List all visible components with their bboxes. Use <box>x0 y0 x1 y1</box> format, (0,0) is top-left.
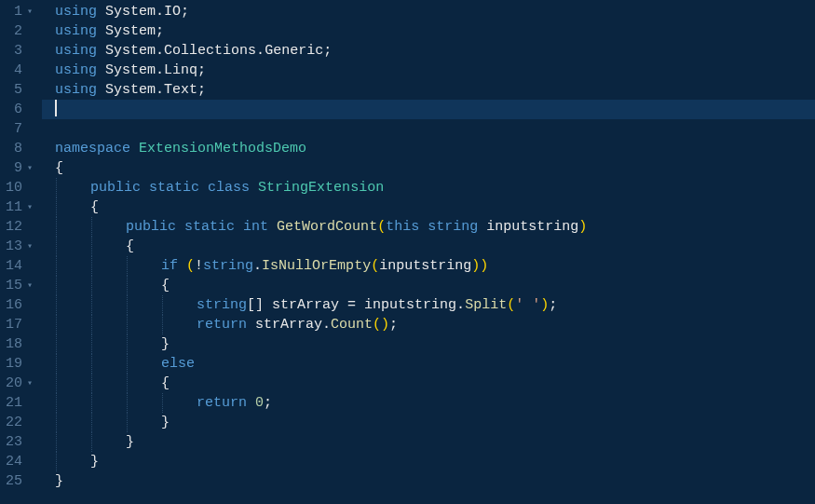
line-number: 21 <box>6 393 33 413</box>
indent-guide <box>56 354 57 374</box>
line-number: 15▾ <box>6 276 33 295</box>
code-line[interactable] <box>42 119 815 139</box>
code-line[interactable]: using System.Linq; <box>42 61 815 80</box>
line-content: using System.Text; <box>55 82 206 98</box>
code-line[interactable]: return strArray.Count(); <box>42 315 815 334</box>
code-line[interactable]: using System.IO; <box>42 2 815 21</box>
code-line[interactable]: public static int GetWordCount(this stri… <box>42 217 815 237</box>
token-punct <box>419 219 428 235</box>
code-line[interactable]: else <box>42 354 815 374</box>
token-method: Count <box>331 317 373 333</box>
token-kw: class <box>208 180 250 196</box>
indent-guide <box>91 217 92 237</box>
token-method: GetWordCount <box>277 219 377 235</box>
line-content: } <box>55 434 134 450</box>
indent-guide <box>91 256 92 276</box>
code-line[interactable]: { <box>42 237 815 256</box>
line-content: } <box>55 336 170 352</box>
token-ident: Text <box>164 82 197 98</box>
line-number: 7 <box>6 119 33 139</box>
code-line[interactable]: { <box>42 276 815 295</box>
indent-guide <box>56 276 57 295</box>
indent-guide <box>162 295 163 315</box>
line-content: if (!string.IsNullOrEmpty(inputstring)) <box>55 258 488 274</box>
token-punct <box>97 82 105 98</box>
line-number: 24 <box>6 452 33 471</box>
indent-guide <box>56 374 57 393</box>
token-ident: strArray <box>255 317 322 333</box>
token-paren: )) <box>471 258 488 274</box>
token-kw: public <box>126 219 176 235</box>
indent-guide <box>127 295 128 315</box>
code-line[interactable]: if (!string.IsNullOrEmpty(inputstring)) <box>42 256 815 276</box>
code-editor[interactable]: 1▾23456789▾1011▾1213▾1415▾1617181920▾212… <box>0 0 815 504</box>
code-line[interactable]: string[] strArray = inputstring.Split(' … <box>42 295 815 315</box>
token-punct: } <box>55 473 63 489</box>
token-method: IsNullOrEmpty <box>262 258 371 274</box>
indent-guide <box>127 276 128 295</box>
token-kw: return <box>197 395 247 411</box>
token-punct <box>97 4 105 20</box>
indent-guide <box>91 393 92 413</box>
token-punct: } <box>161 415 170 430</box>
fold-icon[interactable]: ▾ <box>25 2 33 21</box>
code-line[interactable]: return 0; <box>42 393 815 413</box>
code-line[interactable]: } <box>42 471 815 491</box>
line-content: else <box>55 356 195 372</box>
token-type: StringExtension <box>258 180 384 196</box>
line-content: { <box>55 160 63 176</box>
token-punct: } <box>126 434 134 450</box>
code-line[interactable]: { <box>42 198 815 217</box>
token-ident: System <box>105 4 156 20</box>
token-kw: using <box>55 23 97 39</box>
token-ident: inputstring <box>364 297 456 313</box>
line-number: 5 <box>6 80 33 100</box>
indent-guide <box>56 295 57 315</box>
token-punct: . <box>256 43 265 59</box>
line-content: { <box>55 278 170 293</box>
line-number: 8 <box>6 139 33 158</box>
indent-guide <box>91 315 92 334</box>
token-punct: ; <box>181 4 189 20</box>
code-line[interactable]: { <box>42 374 815 393</box>
token-punct: . <box>253 258 262 274</box>
line-number: 13▾ <box>6 237 33 256</box>
code-line[interactable]: using System; <box>42 21 815 41</box>
token-paren: ( <box>186 258 195 274</box>
code-line[interactable]: using System.Text; <box>42 80 815 100</box>
code-line[interactable]: } <box>42 452 815 471</box>
token-method: Split <box>465 297 507 313</box>
code-line[interactable]: } <box>42 413 815 432</box>
code-line[interactable]: using System.Collections.Generic; <box>42 41 815 61</box>
code-line[interactable]: namespace ExtensionMethodsDemo <box>42 139 815 158</box>
indent-guide <box>91 413 92 432</box>
fold-icon[interactable]: ▾ <box>25 374 33 393</box>
token-punct <box>176 219 184 235</box>
fold-icon[interactable]: ▾ <box>25 198 33 217</box>
line-content: } <box>55 454 99 470</box>
token-punct: { <box>161 375 170 391</box>
code-line[interactable]: } <box>42 334 815 354</box>
token-punct <box>235 219 243 235</box>
token-punct: . <box>156 43 164 59</box>
fold-icon[interactable]: ▾ <box>25 237 33 256</box>
fold-icon[interactable]: ▾ <box>25 276 33 295</box>
token-kw: using <box>55 4 97 20</box>
token-num: 0 <box>255 395 264 411</box>
fold-icon[interactable]: ▾ <box>25 158 33 178</box>
code-line[interactable]: } <box>42 432 815 452</box>
code-line[interactable]: { <box>42 158 815 178</box>
code-line[interactable]: public static class StringExtension <box>42 178 815 198</box>
line-content: public static class StringExtension <box>55 180 384 196</box>
token-punct <box>130 141 139 157</box>
line-content <box>55 102 57 117</box>
token-ident: System <box>105 62 156 78</box>
token-punct <box>199 180 208 196</box>
code-line[interactable] <box>42 100 815 119</box>
indent-guide <box>56 334 57 354</box>
code-area[interactable]: using System.IO;using System;using Syste… <box>42 0 815 504</box>
token-punct: { <box>126 238 134 254</box>
line-content: string[] strArray = inputstring.Split(' … <box>55 297 557 313</box>
line-number: 22 <box>6 413 33 432</box>
indent-guide <box>56 256 57 276</box>
